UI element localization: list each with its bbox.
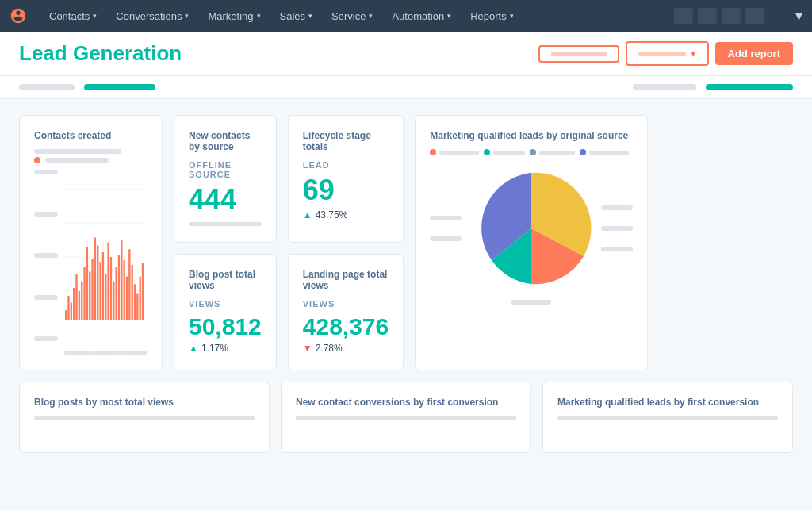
blog-views-card: Blog post total views VIEWS 50,812 ▲ 1.1…	[174, 254, 277, 370]
pie-dot-blue	[530, 149, 536, 155]
svg-rect-33	[140, 276, 141, 320]
landing-page-metric-value: 428,376	[303, 313, 389, 339]
svg-rect-15	[91, 259, 93, 320]
nav-icon-1[interactable]	[674, 8, 693, 24]
blog-views-title: Blog post total views	[189, 269, 262, 291]
lifecycle-metric-value: 69	[303, 174, 389, 206]
landing-page-change: ▼ 2.78%	[303, 343, 389, 354]
landing-page-metric-label: VIEWS	[303, 299, 389, 309]
nav-marketing[interactable]: Marketing ▾	[198, 0, 270, 32]
nav-icon-3[interactable]	[722, 8, 741, 24]
pie-left-labels	[430, 216, 462, 241]
svg-rect-27	[123, 260, 124, 320]
bar-chart-svg	[64, 170, 147, 344]
svg-rect-21	[107, 243, 109, 320]
chart-legend	[34, 149, 147, 163]
bar-chart-wrapper	[64, 170, 147, 355]
filter-right	[633, 84, 793, 90]
new-contacts-metric-value: 444	[189, 184, 262, 216]
bottom-card-1: Blog posts by most total views	[19, 382, 270, 453]
nav-icon-2[interactable]	[698, 8, 717, 24]
svg-rect-26	[121, 240, 122, 320]
chevron-down-icon: ▾	[185, 12, 189, 20]
pie-chart-area	[430, 165, 633, 292]
svg-rect-11	[81, 282, 82, 320]
pie-bottom-label	[430, 300, 633, 305]
bottom-bar-2	[296, 416, 516, 420]
svg-rect-19	[102, 252, 104, 320]
svg-rect-29	[128, 249, 130, 320]
svg-rect-7	[71, 302, 72, 320]
pie-dot-red	[430, 149, 436, 155]
filter-pill-1	[19, 84, 75, 90]
main-content: Contacts created	[0, 99, 812, 469]
contacts-created-card: Contacts created	[19, 115, 163, 370]
filter-bar	[0, 76, 812, 99]
svg-rect-13	[86, 247, 88, 320]
pie-dot-purple	[580, 149, 586, 155]
logo[interactable]	[10, 7, 27, 25]
nav-more-icon[interactable]: ▾	[795, 7, 802, 25]
pie-dot-teal	[484, 149, 490, 155]
svg-rect-28	[126, 276, 128, 320]
svg-rect-24	[115, 267, 117, 320]
pie-legend-2	[484, 149, 525, 155]
svg-rect-10	[79, 291, 80, 320]
bottom-bar-3	[557, 416, 778, 420]
legend-bar-1	[34, 149, 121, 154]
page-header: Lead Generation ▾ Add report	[0, 32, 812, 76]
svg-rect-17	[97, 245, 98, 320]
filter-pill-2	[84, 84, 155, 90]
cards-row-main: Contacts created	[19, 115, 793, 370]
nav-reports[interactable]: Reports ▾	[461, 0, 523, 32]
pie-legend-3	[530, 149, 575, 155]
lifecycle-metric-label: LEAD	[303, 160, 389, 170]
chevron-down-icon: ▾	[308, 12, 312, 20]
add-report-button[interactable]: Add report	[715, 42, 793, 65]
landing-page-card: Landing page total views VIEWS 428,376 ▼…	[288, 254, 404, 370]
new-contacts-source-card: New contacts by source OFFLINE SOURCE 44…	[174, 115, 277, 243]
svg-rect-31	[134, 284, 136, 320]
svg-rect-5	[65, 310, 67, 320]
arrow-down-icon: ▼	[303, 343, 312, 354]
contacts-created-title: Contacts created	[34, 130, 147, 141]
nav-divider	[776, 6, 776, 25]
svg-rect-18	[99, 262, 101, 320]
filter-pill-3	[633, 84, 696, 90]
nav-conversations[interactable]: Conversations ▾	[106, 0, 198, 32]
nav-contacts[interactable]: Contacts ▾	[40, 0, 106, 32]
pie-chart-svg	[468, 165, 595, 292]
date-range-button[interactable]	[538, 45, 619, 63]
blog-views-metric-label: VIEWS	[189, 299, 262, 309]
landing-page-title: Landing page total views	[303, 269, 389, 291]
nav-sales[interactable]: Sales ▾	[270, 0, 323, 32]
legend-item-2	[34, 157, 147, 163]
legend-dot-red	[34, 157, 40, 163]
svg-rect-34	[142, 263, 144, 320]
pie-legend-4	[580, 149, 629, 155]
bottom-card-2: New contact conversions by first convers…	[281, 382, 531, 453]
nav-icon-4[interactable]	[745, 8, 764, 24]
filter-select-button[interactable]: ▾	[626, 41, 709, 66]
blog-views-metric-value: 50,812	[189, 313, 262, 339]
legend-item-1	[34, 149, 147, 154]
svg-rect-9	[75, 274, 77, 320]
filter-pill-4	[706, 84, 793, 90]
navigation: Contacts ▾ Conversations ▾ Marketing ▾ S…	[0, 0, 812, 32]
pie-legend	[430, 149, 633, 155]
nav-service[interactable]: Service ▾	[322, 0, 382, 32]
nav-automation[interactable]: Automation ▾	[382, 0, 461, 32]
chart-container	[34, 170, 147, 355]
legend-bar-2	[45, 158, 109, 163]
pie-legend-1	[430, 149, 479, 155]
svg-rect-6	[67, 296, 69, 320]
page-title: Lead Generation	[19, 41, 182, 66]
svg-rect-23	[113, 282, 114, 320]
svg-rect-25	[118, 255, 120, 320]
svg-rect-8	[73, 288, 75, 320]
nav-right-icons: ▾	[674, 6, 802, 25]
header-actions: ▾ Add report	[538, 41, 793, 66]
svg-rect-22	[110, 257, 112, 320]
chevron-down-icon: ▾	[369, 12, 373, 20]
chevron-down-icon: ▾	[691, 48, 696, 59]
